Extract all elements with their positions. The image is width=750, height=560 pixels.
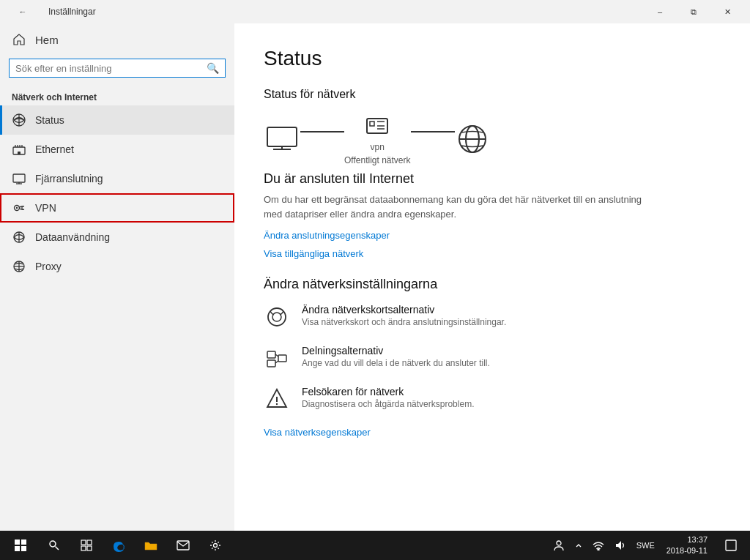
- show-networks-link[interactable]: Visa tillgängliga nätverk: [264, 248, 721, 259]
- svg-line-39: [56, 547, 59, 550]
- sidebar-item-data-label: Dataanvändning: [35, 231, 110, 243]
- svg-rect-28: [267, 360, 275, 367]
- svg-rect-40: [81, 540, 86, 545]
- remote-icon: [12, 171, 26, 186]
- svg-rect-48: [726, 540, 736, 550]
- close-button[interactable]: ✕: [710, 0, 744, 23]
- taskbar-time: 13:37: [667, 534, 708, 545]
- change-item-troubleshoot[interactable]: Felsökaren för nätverk Diagnostisera och…: [264, 386, 721, 412]
- svg-point-38: [50, 541, 56, 547]
- sidebar-item-status[interactable]: Status: [0, 105, 234, 135]
- status-icon: [12, 113, 26, 127]
- home-icon: [12, 32, 26, 47]
- svg-point-46: [557, 541, 561, 545]
- sidebar-item-proxy[interactable]: Proxy: [0, 252, 234, 281]
- adapter-desc: Visa nätverkskort och ändra anslutningsi…: [302, 317, 506, 327]
- app-body: Hem 🔍 Nätverk och Internet Status: [0, 23, 750, 531]
- taskbar-settings-button[interactable]: [199, 531, 231, 560]
- svg-rect-4: [13, 174, 25, 182]
- connection-desc: Om du har ett begränsat dataabonnemang k…: [264, 193, 645, 221]
- sidebar-item-vpn-label: VPN: [35, 202, 56, 214]
- search-icon: 🔍: [207, 62, 219, 74]
- svg-point-33: [276, 403, 278, 405]
- svg-rect-29: [278, 355, 286, 362]
- sidebar-home-item[interactable]: Hem: [0, 23, 234, 56]
- proxy-icon: [12, 259, 26, 274]
- sidebar-item-vpn[interactable]: VPN: [0, 193, 234, 223]
- taskbar-search-button[interactable]: [38, 531, 70, 560]
- search-input[interactable]: [15, 63, 207, 74]
- sidebar-item-remote[interactable]: Fjärranslutning: [0, 164, 234, 193]
- svg-point-45: [214, 544, 218, 548]
- sidebar-item-data[interactable]: Dataanvändning: [0, 223, 234, 252]
- taskbar: SWE 13:37 2018-09-11: [0, 531, 750, 560]
- page-title: Status: [264, 47, 721, 70]
- title-bar: ← Inställningar – ⧉ ✕: [0, 0, 750, 23]
- taskbar-volume-button[interactable]: [610, 531, 631, 560]
- sidebar: Hem 🔍 Nätverk och Internet Status: [0, 23, 234, 531]
- maximize-button[interactable]: ⧉: [677, 0, 710, 23]
- taskbar-language-label: SWE: [636, 541, 655, 550]
- change-item-sharing[interactable]: Delningsalternativ Ange vad du vill dela…: [264, 345, 721, 371]
- taskbar-explorer-button[interactable]: [135, 531, 167, 560]
- sidebar-item-ethernet-label: Ethernet: [35, 143, 74, 155]
- taskbar-language-button[interactable]: SWE: [632, 531, 659, 560]
- taskbar-notification-button[interactable]: [715, 531, 747, 560]
- back-button[interactable]: ←: [6, 0, 40, 23]
- network-label: Offentligt nätverk: [344, 155, 411, 165]
- sharing-desc: Ange vad du vill dela i de nätverk du an…: [302, 358, 490, 368]
- taskbar-clock[interactable]: 13:37 2018-09-11: [661, 534, 713, 557]
- taskbar-network-button[interactable]: [588, 531, 609, 560]
- taskbar-right-area: SWE 13:37 2018-09-11: [549, 531, 747, 560]
- globe-icon-group: [455, 122, 490, 157]
- net-line-1: [300, 131, 344, 132]
- troubleshoot-title: Felsökaren för nätverk: [302, 386, 474, 397]
- svg-rect-14: [267, 127, 297, 146]
- vpn-label: vpn: [371, 142, 385, 152]
- taskbar-person-button[interactable]: [549, 531, 569, 560]
- vpn-device-group: vpn Offentligt nätverk: [344, 113, 411, 165]
- connection-title: Du är ansluten till Internet: [264, 171, 721, 187]
- sidebar-home-label: Hem: [35, 34, 59, 46]
- taskbar-mail-button[interactable]: [167, 531, 199, 560]
- svg-rect-3: [18, 152, 21, 154]
- change-item-sharing-text: Delningsalternativ Ange vad du vill dela…: [302, 345, 490, 368]
- svg-point-26: [272, 313, 281, 321]
- svg-rect-41: [87, 540, 92, 545]
- taskbar-taskview-button[interactable]: [70, 531, 103, 560]
- change-item-adapter-text: Ändra nätverkskortsalternativ Visa nätve…: [302, 304, 506, 327]
- adapter-icon: [264, 304, 290, 330]
- sidebar-search-box[interactable]: 🔍: [9, 59, 226, 78]
- sidebar-item-status-label: Status: [35, 114, 64, 126]
- main-content: Status Status för nätverk: [234, 23, 750, 531]
- sidebar-section-title: Nätverk och Internet: [0, 86, 234, 105]
- network-properties-link[interactable]: Visa nätverksegenskaper: [264, 427, 721, 438]
- sidebar-item-ethernet[interactable]: Ethernet: [0, 135, 234, 164]
- net-line-2: [411, 131, 455, 132]
- start-button[interactable]: [3, 531, 38, 560]
- sharing-icon: [264, 345, 290, 371]
- svg-rect-37: [21, 546, 26, 551]
- taskbar-edge-button[interactable]: [103, 531, 135, 560]
- change-connection-link[interactable]: Ändra anslutningsegenskaper: [264, 230, 721, 241]
- svg-point-8: [16, 207, 18, 209]
- svg-rect-18: [370, 122, 374, 126]
- computer-icon-group: [264, 124, 300, 154]
- title-bar-title: Inställningar: [48, 7, 96, 17]
- network-diagram: vpn Offentligt nätverk: [264, 113, 721, 165]
- ethernet-icon: [12, 142, 26, 157]
- sidebar-item-proxy-label: Proxy: [35, 261, 62, 272]
- change-item-adapter[interactable]: Ändra nätverkskortsalternativ Visa nätve…: [264, 304, 721, 330]
- svg-point-47: [598, 549, 599, 550]
- minimize-button[interactable]: –: [643, 0, 677, 23]
- data-icon: [12, 230, 26, 244]
- sidebar-item-remote-label: Fjärranslutning: [35, 173, 103, 184]
- svg-rect-34: [15, 540, 20, 545]
- network-section-title: Status för nätverk: [264, 88, 721, 101]
- adapter-title: Ändra nätverkskortsalternativ: [302, 304, 506, 316]
- svg-rect-27: [267, 351, 275, 358]
- taskbar-chevron-button[interactable]: [571, 531, 587, 560]
- svg-rect-42: [81, 546, 86, 550]
- svg-rect-36: [15, 546, 20, 551]
- svg-rect-43: [87, 546, 92, 550]
